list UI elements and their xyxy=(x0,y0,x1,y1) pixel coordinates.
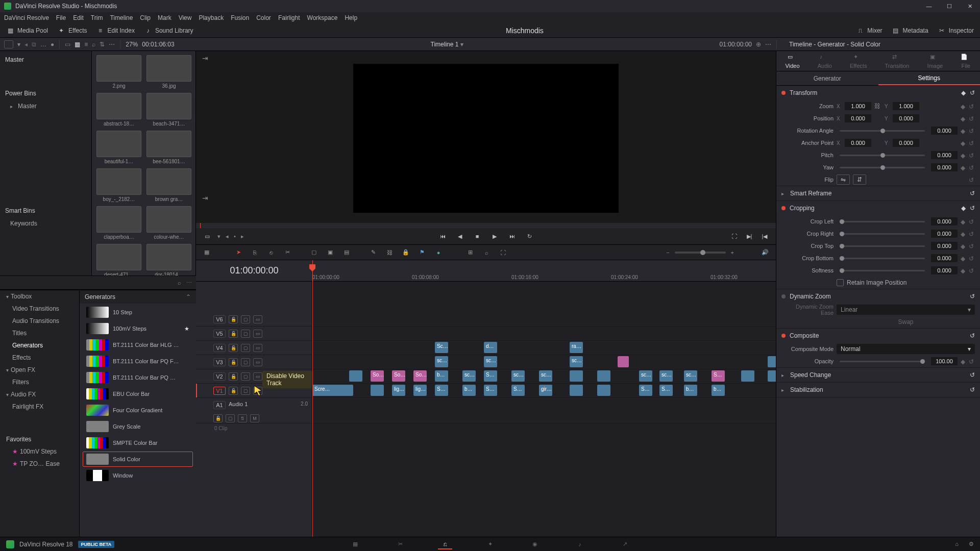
anchor-x-field[interactable]: 0.000 xyxy=(845,139,871,147)
home-icon[interactable]: ⌂ xyxy=(955,541,959,547)
more-icon[interactable]: ⋯ xyxy=(109,41,115,48)
crop-soft-slider[interactable] xyxy=(840,270,925,271)
next-edit-icon[interactable]: ▶| xyxy=(744,232,754,241)
close-button[interactable]: ✕ xyxy=(960,0,980,12)
maximize-button[interactable]: ☐ xyxy=(939,0,960,12)
inspector-tab-transition[interactable]: ⇄Transition xyxy=(885,54,910,69)
menu-workspace[interactable]: Workspace xyxy=(307,14,338,21)
clip[interactable]: sc… xyxy=(570,356,583,367)
lock-tool[interactable]: 🔒 xyxy=(400,247,411,258)
fav-100mv[interactable]: ★100mV Steps xyxy=(0,445,79,458)
inspector-tab-effects[interactable]: ✦Effects xyxy=(850,54,867,69)
generator-item[interactable]: Window xyxy=(83,468,193,483)
fx-effects[interactable]: Effects xyxy=(0,352,79,364)
bin-view-icon[interactable] xyxy=(4,40,13,48)
media-thumb[interactable]: clapperboa… xyxy=(96,206,142,240)
deliver-page-icon[interactable]: ↗ xyxy=(618,539,632,549)
overwrite-tool[interactable]: ▣ xyxy=(325,247,336,258)
effects-toggle[interactable]: ✦Effects xyxy=(57,27,87,34)
disable-track-v2-icon[interactable]: ▭ xyxy=(253,372,262,381)
clip[interactable]: So… xyxy=(392,370,405,382)
track-head-a1[interactable]: A1 Audio 1 2.0 🔓▢ S M 0 Clip xyxy=(196,398,312,423)
generator-item[interactable]: Four Color Gradient xyxy=(83,403,193,418)
fullscreen-icon[interactable]: ⛶ xyxy=(729,232,739,241)
menu-clip[interactable]: Clip xyxy=(140,14,151,21)
flip-v-button[interactable]: ⇵ xyxy=(853,174,866,185)
clip[interactable]: So… xyxy=(371,370,384,382)
viewer-zoom[interactable]: 27% xyxy=(126,41,138,48)
lock-icon[interactable]: 🔓 xyxy=(229,315,238,323)
selection-tool[interactable]: ➤ xyxy=(233,247,244,258)
stabilization-header[interactable]: Stabilization↺ xyxy=(776,383,980,397)
fx-fairlightfx[interactable]: Fairlight FX xyxy=(0,400,79,413)
generator-item[interactable]: 100mV Steps★ xyxy=(83,321,193,336)
zoom-y-field[interactable]: 1.000 xyxy=(893,102,919,110)
zoom-out-icon[interactable]: − xyxy=(666,249,669,256)
trim-tool[interactable]: ⎘ xyxy=(249,247,260,258)
crop-right-slider[interactable] xyxy=(840,233,925,235)
inspector-subtab-generator[interactable]: Generator xyxy=(776,71,878,85)
viewer-scrubber[interactable] xyxy=(196,223,776,228)
link-tool[interactable]: ⛓ xyxy=(384,247,395,258)
collapse-icon[interactable]: ⌃ xyxy=(186,293,191,300)
media-thumb[interactable]: desert-471… xyxy=(96,244,142,276)
fx-more-icon[interactable]: ⋯ xyxy=(186,280,192,286)
fx-search-icon[interactable]: ⌕ xyxy=(178,280,181,286)
fx-filters[interactable]: Filters xyxy=(0,376,79,388)
fx-video-transitions[interactable]: Video Transitions xyxy=(0,303,79,315)
link-icon[interactable]: ⧉ xyxy=(32,41,36,48)
stop-button[interactable]: ■ xyxy=(472,232,482,241)
clip[interactable]: S… xyxy=(659,385,673,396)
inspector-subtab-settings[interactable]: Settings xyxy=(878,71,981,85)
menu-mark[interactable]: Mark xyxy=(158,14,172,21)
composite-header[interactable]: Composite↺ xyxy=(776,329,980,343)
clip[interactable]: b… xyxy=(462,385,476,396)
cropping-header[interactable]: Cropping◆↺ xyxy=(776,201,980,215)
clip[interactable] xyxy=(741,370,754,382)
annotate-tool[interactable]: ✎ xyxy=(368,247,379,258)
next-marker-icon[interactable]: ▸ xyxy=(241,233,244,240)
search-icon[interactable]: ⌕ xyxy=(92,41,95,48)
marker-tool[interactable]: ● xyxy=(433,247,444,258)
viewer-more-icon[interactable]: ⋯ xyxy=(765,41,771,48)
clip[interactable]: sc… xyxy=(539,370,552,382)
clip[interactable]: S… xyxy=(484,370,497,382)
media-thumb[interactable]: 36.jpg xyxy=(146,55,192,89)
media-thumb[interactable]: 2.png xyxy=(96,55,142,89)
pitch-slider[interactable] xyxy=(840,155,925,156)
flag-tool[interactable]: ⚑ xyxy=(416,247,428,258)
clip[interactable] xyxy=(349,370,362,382)
fusion-page-icon[interactable]: ✦ xyxy=(483,539,497,549)
clip[interactable] xyxy=(768,356,776,367)
inspector-tab-image[interactable]: ▣Image xyxy=(927,54,943,69)
timeline-body[interactable]: Sc…d…ra… sc…sc…sc… So…So…So…b…sc…S…sc…sc… xyxy=(312,282,776,537)
clip[interactable]: b… xyxy=(684,385,697,396)
pitch-field[interactable]: 0.000 xyxy=(931,151,958,159)
loop-button[interactable]: ↻ xyxy=(524,232,534,241)
strip-view-icon[interactable]: ▭ xyxy=(65,41,70,48)
fx-titles[interactable]: Titles xyxy=(0,327,79,339)
prev-marker-icon[interactable]: ◂ xyxy=(226,233,229,240)
media-thumb[interactable]: boy_-_2182… xyxy=(96,168,142,202)
nav-back-icon[interactable]: ◂ xyxy=(24,41,28,48)
track-head-v4[interactable]: V4🔓▢▭ xyxy=(196,341,312,355)
crop-left-slider[interactable] xyxy=(840,221,925,222)
menu-timeline[interactable]: Timeline xyxy=(110,14,133,21)
power-bin-master[interactable]: Master xyxy=(0,100,91,112)
track-head-v6[interactable]: V6🔓▢▭ xyxy=(196,312,312,327)
reset-icon[interactable]: ↺ xyxy=(970,89,975,96)
audio-monitor-icon[interactable]: 🔊 xyxy=(760,247,771,258)
fx-audio-transitions[interactable]: Audio Transitions xyxy=(0,315,79,327)
link-icon[interactable]: ⛓ xyxy=(874,103,881,110)
insert-tool[interactable]: ▢ xyxy=(308,247,320,258)
timeline-timecode[interactable]: 01:00:00:00 xyxy=(720,41,752,48)
generator-item[interactable]: BT.2111 Color Bar PQ … xyxy=(83,370,193,385)
clip[interactable] xyxy=(371,385,384,396)
edit-page-icon[interactable]: ⎌ xyxy=(438,539,452,549)
generator-item[interactable]: BT.2111 Color Bar PQ F… xyxy=(83,354,193,369)
transform-header[interactable]: Transform◆↺ xyxy=(776,86,980,100)
clip[interactable]: S… xyxy=(712,370,725,382)
menu-file[interactable]: File xyxy=(56,14,66,21)
menu-edit[interactable]: Edit xyxy=(73,14,84,21)
grid-view-icon[interactable]: ▦ xyxy=(75,41,80,48)
